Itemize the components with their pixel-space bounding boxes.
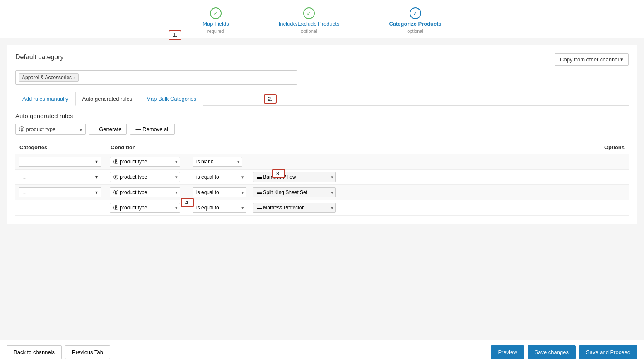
category-cell-4: Home & Garden > Linens & Bedding > Beddi… bbox=[15, 200, 106, 216]
value-cell-3: ▬ Split King Sheet Set bbox=[250, 185, 587, 200]
product-type-select[interactable]: Ⓑ product type bbox=[15, 124, 86, 135]
col-categories: Categories bbox=[15, 141, 106, 154]
auto-generated-section: Auto generated rules Ⓑ product type + Ge… bbox=[15, 112, 629, 216]
step3-label: Categorize Products bbox=[389, 21, 441, 27]
tab-map-bulk-categories[interactable]: Map Bulk Categories bbox=[139, 92, 203, 106]
operator-cell-4: is equal to bbox=[189, 200, 250, 216]
condition-cell-2: Ⓑ product type bbox=[106, 170, 189, 185]
value-select-4[interactable]: ▬ Mattress Protector bbox=[253, 203, 336, 213]
step3-circle: ✓ bbox=[410, 7, 421, 19]
section-header: Default category Copy from other channel… bbox=[15, 53, 629, 66]
remove-tag-button[interactable]: x bbox=[73, 75, 76, 80]
step1-circle: ✓ bbox=[210, 7, 222, 19]
category-select-2[interactable]: ... ▾ bbox=[19, 172, 101, 182]
step1-sub: required bbox=[207, 29, 224, 34]
operator-select-1[interactable]: is blank bbox=[193, 157, 242, 167]
value-select-3[interactable]: ▬ Split King Sheet Set bbox=[253, 187, 336, 197]
generate-button[interactable]: + Generate bbox=[89, 124, 127, 135]
main-content: 1. Default category Copy from other chan… bbox=[7, 45, 637, 224]
wizard-step-1[interactable]: ✓ Map Fields required bbox=[203, 7, 229, 34]
condition-select-2[interactable]: Ⓑ product type bbox=[110, 172, 180, 182]
operator-select-3[interactable]: is equal to bbox=[193, 187, 246, 197]
operator-cell-3: is equal to bbox=[189, 185, 250, 200]
condition-select-3[interactable]: Ⓑ product type bbox=[110, 187, 180, 197]
step2-sub: optional bbox=[301, 29, 317, 34]
category-cell-2: ... ▾ bbox=[15, 170, 106, 185]
value-select-2[interactable]: ▬ Bamboo Pillow bbox=[253, 172, 336, 182]
table-row: Home & Garden > Linens & Bedding > Beddi… bbox=[15, 200, 629, 216]
col-options: Options bbox=[587, 141, 629, 154]
product-type-select-wrapper: Ⓑ product type bbox=[15, 124, 86, 135]
wizard-step-2[interactable]: ✓ Include/Exclude Products optional bbox=[279, 7, 340, 34]
value-cell-2: ▬ Bamboo Pillow bbox=[250, 170, 587, 185]
table-row: ... ▾ Ⓑ product type bbox=[15, 185, 629, 200]
tab-add-rules-manually[interactable]: Add rules manually bbox=[15, 92, 75, 106]
condition-cell-1: Ⓑ product type bbox=[106, 154, 189, 170]
value-cell-4: ▬ Mattress Protector bbox=[250, 200, 587, 216]
section-title: Default category bbox=[15, 53, 64, 61]
operator-cell-2: is equal to bbox=[189, 170, 250, 185]
tabs: Add rules manually Auto generated rules … bbox=[15, 92, 629, 106]
wizard-steps: ✓ Map Fields required ✓ Include/Exclude … bbox=[0, 0, 644, 38]
step1-label: Map Fields bbox=[203, 21, 229, 27]
auto-generated-title: Auto generated rules bbox=[15, 112, 629, 119]
step2-label: Include/Exclude Products bbox=[279, 21, 340, 27]
rules-table: Categories Condition Options ... ▾ bbox=[15, 141, 629, 216]
category-tag: Apparel & Accessories x bbox=[19, 73, 79, 82]
condition-cell-4: Ⓑ product type bbox=[106, 200, 189, 216]
options-cell-4 bbox=[587, 200, 629, 216]
operator-select-2[interactable]: is equal to bbox=[193, 172, 246, 182]
copy-from-channel-button[interactable]: Copy from other channel ▾ bbox=[555, 53, 629, 66]
remove-all-button[interactable]: — Remove all bbox=[130, 124, 175, 135]
operator-cell-1: is blank bbox=[189, 154, 250, 170]
category-select-3[interactable]: ... ▾ bbox=[19, 187, 101, 197]
step3-sub: optional bbox=[407, 29, 423, 34]
wizard-step-3[interactable]: ✓ Categorize Products optional bbox=[389, 7, 441, 34]
default-category-input[interactable]: Apparel & Accessories x bbox=[15, 70, 297, 85]
category-select-1[interactable]: ... ▾ bbox=[19, 157, 101, 167]
options-cell-2 bbox=[587, 170, 629, 185]
options-cell-3 bbox=[587, 185, 629, 200]
category-cell-3: ... ▾ bbox=[15, 185, 106, 200]
condition-select-1[interactable]: Ⓑ product type bbox=[110, 157, 180, 167]
col-value bbox=[250, 141, 587, 154]
table-row: ... ▾ Ⓑ product type bbox=[15, 154, 629, 170]
category-cell-1: ... ▾ bbox=[15, 154, 106, 170]
step2-circle: ✓ bbox=[303, 7, 315, 19]
col-operator bbox=[189, 141, 250, 154]
col-condition: Condition bbox=[106, 141, 189, 154]
tab-auto-generated-rules[interactable]: Auto generated rules bbox=[75, 92, 140, 106]
condition-cell-3: Ⓑ product type bbox=[106, 185, 189, 200]
options-cell-1 bbox=[587, 154, 629, 170]
operator-select-4[interactable]: is equal to bbox=[193, 203, 246, 213]
controls-row: Ⓑ product type + Generate — Remove all bbox=[15, 124, 629, 135]
table-row: ... ▾ Ⓑ product type bbox=[15, 170, 629, 185]
condition-select-4[interactable]: Ⓑ product type bbox=[110, 203, 180, 213]
value-cell-1 bbox=[250, 154, 587, 170]
